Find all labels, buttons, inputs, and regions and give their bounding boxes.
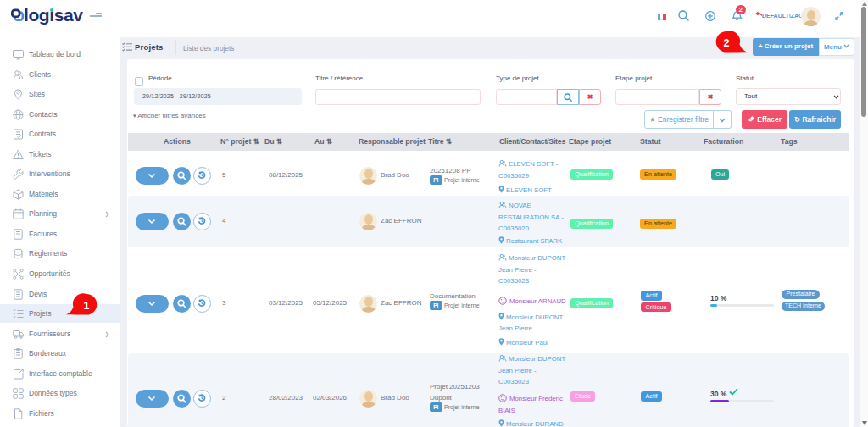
- svg-text:2: 2: [724, 37, 730, 49]
- svg-text:1: 1: [84, 300, 90, 312]
